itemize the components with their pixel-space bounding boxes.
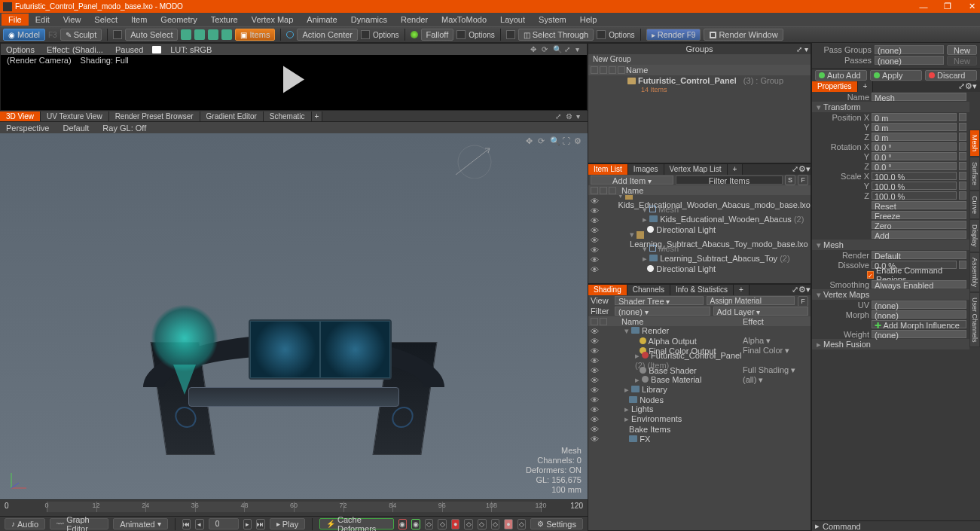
audio-button[interactable]: ♪ Audio [5, 518, 45, 529]
key-icon-1[interactable]: ◇ [425, 519, 434, 529]
compass-gizmo[interactable] [452, 141, 497, 179]
rp-menu-icon[interactable]: ▾ [575, 45, 584, 53]
filter-f-icon[interactable]: F [798, 175, 808, 185]
stab-userchannels[interactable]: User Channels [969, 292, 980, 348]
roty-spinner[interactable] [959, 152, 966, 160]
sculpt-mode-button[interactable]: ✎ Sculpt [60, 29, 102, 41]
assign-material-button[interactable]: Assign Material [707, 296, 795, 305]
tab-add-shading[interactable]: + [734, 285, 750, 295]
shader-row[interactable]: 👁▾ Render [588, 326, 811, 336]
rp-effect[interactable]: Effect: (Shadi... [44, 45, 106, 54]
actioncenter-button[interactable]: Action Center [297, 29, 358, 41]
rp-move-icon[interactable]: ✥ [530, 45, 539, 53]
discard-button[interactable]: Discard [925, 70, 977, 81]
smoothing-dropdown[interactable]: Always Enabled [872, 280, 966, 288]
goto-end-icon[interactable]: ⏭ [256, 519, 265, 529]
shader-row[interactable]: 👁▸ Futuristic_Control_Panel (2) (Item) [588, 356, 811, 365]
rotz-spinner[interactable] [959, 162, 966, 170]
render-button[interactable]: ▸Render F9 [646, 29, 701, 41]
autoselect-checkbox[interactable] [113, 30, 122, 39]
view-default[interactable]: Default [63, 124, 89, 133]
menu-render[interactable]: Render [394, 14, 435, 26]
passgroups-dropdown[interactable]: (none) [875, 45, 944, 54]
key-icon-5[interactable]: ◇ [491, 519, 500, 529]
options-checkbox-2[interactable] [456, 30, 466, 39]
scly-field[interactable]: 100.0 % [872, 182, 957, 190]
stab-assembly[interactable]: Assembly [969, 252, 980, 292]
menu-system[interactable]: System [532, 14, 573, 26]
rotx-spinner[interactable] [959, 142, 966, 151]
uv-dropdown[interactable]: (none) [872, 301, 966, 309]
viewport-3d[interactable]: ✥ ⟳ 🔍 ⛶ ⚙ Mesh Channels: 0 [0, 133, 588, 499]
ecr-checkbox[interactable] [867, 271, 874, 279]
new-group-button[interactable]: New Group [588, 54, 811, 65]
key-icon-6[interactable]: ● [504, 519, 513, 529]
menu-texture[interactable]: Texture [204, 14, 245, 26]
tab-schematic[interactable]: Schematic [264, 111, 312, 121]
transform-header[interactable]: Transform [823, 102, 861, 111]
menu-dynamics[interactable]: Dynamics [344, 14, 394, 26]
rotx-field[interactable]: 0.0 ° [872, 142, 957, 151]
rp-paused[interactable]: Paused [112, 45, 146, 54]
add-item-dropdown[interactable]: Add Item ▾ [591, 175, 673, 185]
scly-spinner[interactable] [959, 182, 966, 190]
il-menu-icon[interactable]: ▾ [806, 164, 811, 173]
selectthrough-button[interactable]: ◫ Select Through [518, 29, 594, 41]
view-mode[interactable]: Perspective [6, 124, 49, 133]
weight-dropdown[interactable]: (none) [872, 330, 966, 338]
menu-animate[interactable]: Animate [300, 14, 343, 26]
menu-maxtomodo[interactable]: MaxToModo [435, 14, 493, 26]
tab-3dview[interactable]: 3D View [0, 111, 41, 121]
tab-vertexmaplist[interactable]: Vertex Map List [664, 164, 728, 175]
items-mode-button[interactable]: ▣ Items [235, 29, 275, 41]
grapheditor-button[interactable]: 〰 Graph Editor [50, 518, 108, 529]
item-row[interactable]: 👁▾ Kids_Educational_Wooden_Abacus_modo_b… [588, 195, 811, 205]
sh-expand-icon[interactable]: ⤢ [792, 285, 798, 294]
posy-field[interactable]: 0 m [872, 123, 957, 131]
rp-shading[interactable]: Shading: Full [81, 56, 129, 65]
posx-spinner[interactable] [959, 113, 966, 121]
rotz-field[interactable]: 0.0 ° [872, 162, 957, 170]
frame-field[interactable]: 0 [209, 518, 239, 529]
il-expand-icon[interactable]: ⤢ [792, 164, 798, 173]
pause-icon[interactable] [152, 46, 161, 53]
animated-dropdown[interactable]: Animated ▾ [113, 518, 167, 529]
shader-row[interactable]: 👁▸ Lights [588, 404, 811, 414]
mesh-header[interactable]: Mesh [823, 240, 844, 249]
il-gear-icon[interactable]: ⚙ [798, 164, 806, 173]
shader-row[interactable]: 👁 Bake Items [588, 424, 811, 434]
key-icon-2[interactable]: ◇ [438, 519, 447, 529]
zero-dropdown[interactable]: Zero [872, 221, 966, 229]
item-row[interactable]: 👁 Directional Light [588, 264, 811, 273]
sclx-spinner[interactable] [959, 172, 966, 180]
edge-mode-icon[interactable] [194, 29, 205, 40]
vertexmaps-header[interactable]: Vertex Maps [823, 290, 869, 299]
menu-layout[interactable]: Layout [493, 14, 532, 26]
meshfusion-header[interactable]: Mesh Fusion [823, 340, 871, 349]
autoselect-button[interactable]: Auto Select [125, 29, 178, 41]
timeline[interactable]: 0 01224364860728496108120 120 [0, 499, 588, 516]
posz-spinner[interactable] [959, 133, 966, 141]
addmorph-button[interactable]: ✚ Add Morph Influence [872, 320, 966, 328]
actioncenter-icon[interactable] [286, 31, 294, 38]
vp-max-icon[interactable]: ⛶ [562, 136, 571, 145]
pr-menu-icon[interactable]: ▾ [972, 81, 977, 90]
command-bar[interactable]: ▸Command [812, 520, 980, 531]
key-icon-3[interactable]: ◇ [464, 519, 473, 529]
tab-add-items[interactable]: + [728, 164, 743, 175]
menu-item[interactable]: Item [124, 14, 154, 26]
sh-f-icon[interactable]: F [798, 296, 808, 307]
vt-expand-icon[interactable]: ⤢ [555, 112, 563, 121]
passes-new-button[interactable]: New [947, 56, 977, 66]
renderwindow-button[interactable]: 🞐 Render Window [704, 29, 783, 41]
shader-row[interactable]: 👁 Base Shader Full Shading ▾ [588, 365, 811, 375]
item-row[interactable]: 👁▾ Learning_Subtract_Abacus_Toy_modo_bas… [588, 234, 811, 244]
groups-expand-icon[interactable]: ⤢ [796, 45, 802, 53]
goto-start-icon[interactable]: ⏮ [182, 519, 191, 529]
morph-dropdown[interactable]: (none) [872, 310, 966, 319]
passes-dropdown[interactable]: (none) [875, 56, 944, 65]
menu-file[interactable]: File [2, 14, 29, 26]
sclz-field[interactable]: 100.0 % [872, 191, 957, 200]
tab-renderpreset[interactable]: Render Preset Browser [109, 111, 200, 121]
timeline-start[interactable]: 0 [5, 502, 24, 510]
